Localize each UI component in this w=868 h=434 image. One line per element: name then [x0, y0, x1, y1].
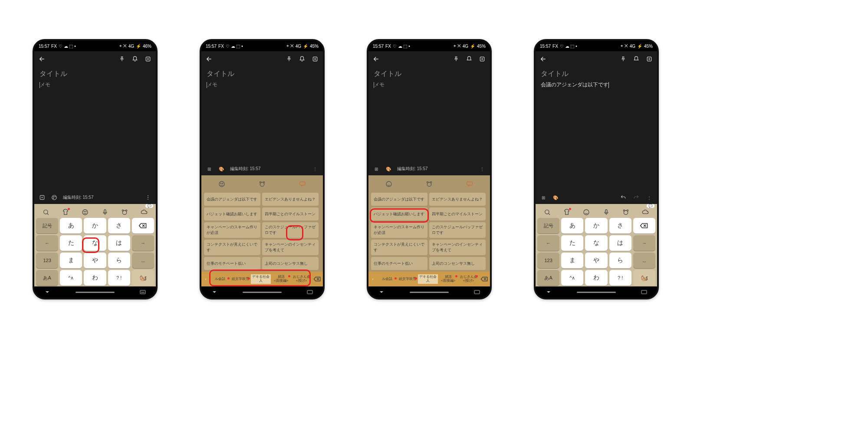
note-content[interactable]: タイトル メモ	[201, 67, 323, 91]
title-placeholder[interactable]: タイトル	[541, 69, 652, 79]
key-space[interactable]: ⎵	[633, 253, 655, 268]
tab-emoji-icon[interactable]	[385, 181, 392, 187]
key-space[interactable]: ⎵	[132, 253, 154, 268]
key-symbol[interactable]: 記号	[36, 218, 58, 233]
cloud-icon[interactable]	[141, 209, 148, 216]
palette-icon[interactable]: 🎨	[385, 165, 392, 172]
key-ya[interactable]: や	[84, 253, 106, 268]
nav-back-icon[interactable]	[378, 289, 385, 296]
bell-icon[interactable]	[132, 56, 138, 62]
cat-item-selected[interactable]: デキる社会人	[251, 274, 271, 284]
key-left[interactable]: ←	[537, 235, 559, 251]
key-backspace[interactable]	[633, 218, 655, 233]
phrase-item[interactable]: 会議のアジェンダは以下です	[371, 193, 427, 206]
nav-back-icon[interactable]	[211, 289, 218, 296]
cloud-icon[interactable]	[642, 209, 649, 216]
key-na[interactable]: な	[84, 235, 106, 251]
key-a[interactable]: あ	[60, 218, 82, 233]
cat-delete-icon[interactable]	[312, 276, 323, 282]
cat-item[interactable]: ル会話	[210, 276, 230, 282]
redo-icon[interactable]	[633, 194, 640, 201]
key-punct[interactable]: ? !	[609, 270, 631, 286]
voice-bubble-icon[interactable]: 💬	[647, 204, 654, 208]
body-placeholder[interactable]: メモ	[207, 82, 217, 88]
key-lang[interactable]: あA	[537, 270, 559, 286]
key-punct[interactable]: ? !	[108, 270, 130, 286]
more-icon[interactable]: ⋮	[479, 165, 486, 172]
key-ka[interactable]: か	[84, 218, 106, 233]
phrase-item[interactable]: キャンペーンのスキーム作りが必須	[371, 222, 427, 238]
search-icon[interactable]	[544, 209, 551, 216]
phrase-item[interactable]: 会議のアジェンダは以下です	[204, 193, 260, 206]
pin-icon[interactable]	[118, 56, 125, 62]
keyboard-switch-icon[interactable]	[641, 289, 648, 296]
key-enter-sticker[interactable]: 🐿️	[633, 270, 655, 286]
key-right[interactable]: →	[633, 235, 655, 251]
tab-emoji-icon[interactable]	[218, 181, 225, 187]
bell-icon[interactable]	[466, 56, 473, 62]
cat-item[interactable]: おじさん会 <投げ>	[291, 274, 312, 284]
nav-back-icon[interactable]	[44, 289, 51, 296]
home-indicator[interactable]	[76, 292, 115, 293]
pin-icon[interactable]	[286, 56, 293, 62]
mic-icon[interactable]	[603, 209, 610, 216]
home-indicator[interactable]	[243, 292, 282, 293]
archive-icon[interactable]	[145, 56, 151, 62]
palette-icon[interactable]	[51, 194, 58, 201]
cat-item-selected[interactable]: デキる社会人	[418, 274, 438, 284]
tab-bear-icon[interactable]	[426, 181, 433, 187]
tab-bear-icon[interactable]	[259, 181, 266, 187]
home-indicator[interactable]	[410, 292, 449, 293]
key-ta[interactable]: た	[561, 235, 583, 251]
key-ya[interactable]: や	[585, 253, 607, 268]
back-icon[interactable]	[373, 56, 380, 62]
more-icon[interactable]	[145, 194, 151, 201]
tab-phrase-icon[interactable]	[299, 181, 306, 187]
note-content[interactable]: タイトル 会議のアジェンダは以下です	[536, 67, 657, 91]
key-na[interactable]: な	[585, 235, 607, 251]
title-placeholder[interactable]: タイトル	[374, 69, 485, 79]
archive-icon[interactable]	[312, 56, 319, 62]
phrase-item[interactable]: 上司のコンセンサス無し	[429, 257, 486, 270]
cat-item[interactable]: 就活 <面接編>	[438, 274, 458, 284]
key-ra[interactable]: ら	[108, 253, 130, 268]
bell-icon[interactable]	[299, 56, 306, 62]
keyboard-switch-icon[interactable]	[306, 289, 313, 296]
shirt-icon[interactable]	[62, 209, 69, 216]
mic-icon[interactable]	[102, 209, 108, 216]
key-sa[interactable]: さ	[108, 218, 130, 233]
pin-icon[interactable]	[453, 56, 460, 62]
archive-icon[interactable]	[646, 56, 653, 62]
cat-item[interactable]: 絵文字吹雪	[230, 276, 251, 282]
key-enter-sticker[interactable]: 🐿️	[132, 270, 154, 286]
add-icon[interactable]	[39, 194, 46, 201]
cat-item[interactable]: 就活 <面接編>	[271, 274, 291, 284]
phrase-item[interactable]: 上司のコンセンサス無し	[262, 257, 319, 270]
back-icon[interactable]	[206, 56, 213, 62]
key-ha[interactable]: は	[609, 235, 631, 251]
shirt-icon[interactable]	[563, 209, 570, 216]
phrase-item[interactable]: コンテクストが見えにくいです	[204, 240, 260, 255]
phrase-item[interactable]: 四半期ごとのマイルストーン	[262, 207, 319, 220]
keyboard-switch-icon[interactable]	[139, 289, 146, 296]
emoji-icon[interactable]	[82, 209, 89, 216]
key-caret[interactable]: ^∧	[561, 270, 583, 286]
cat-delete-icon[interactable]	[479, 276, 490, 282]
key-ka[interactable]: か	[585, 218, 607, 233]
more-icon[interactable]: ⋮	[646, 194, 653, 201]
nav-back-icon[interactable]	[545, 289, 552, 296]
phrase-item[interactable]: キャンペーンのインセンティブを考えて	[262, 240, 319, 255]
pin-icon[interactable]	[620, 56, 627, 62]
phrase-item[interactable]: コンテクストが見えにくいです	[371, 240, 427, 255]
add-icon[interactable]: ⊞	[206, 165, 213, 172]
key-symbol[interactable]: 記号	[537, 218, 559, 233]
cat-back-icon[interactable]: ‹	[368, 277, 377, 281]
key-ta[interactable]: た	[60, 235, 82, 251]
key-123[interactable]: 123	[36, 253, 58, 268]
key-sa[interactable]: さ	[609, 218, 631, 233]
palette-icon[interactable]: 🎨	[552, 194, 559, 201]
phrase-item[interactable]: 仕事のモチベート低い	[371, 257, 427, 270]
phrase-item[interactable]: エビデンスありませんよね？	[262, 193, 319, 206]
key-wa[interactable]: わ	[585, 270, 607, 286]
key-caret[interactable]: ^∧	[60, 270, 82, 286]
